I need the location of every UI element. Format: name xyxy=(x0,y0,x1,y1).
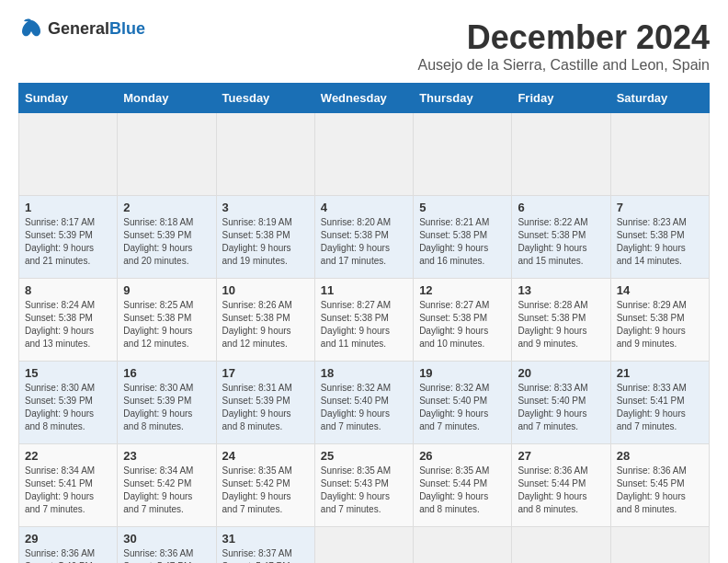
calendar-cell: 18Sunrise: 8:32 AM Sunset: 5:40 PM Dayli… xyxy=(314,362,413,444)
day-info: Sunrise: 8:21 AM Sunset: 5:38 PM Dayligh… xyxy=(419,216,506,268)
day-number: 25 xyxy=(321,449,407,463)
day-info: Sunrise: 8:36 AM Sunset: 5:46 PM Dayligh… xyxy=(25,547,111,563)
week-row-1 xyxy=(19,113,710,196)
day-info: Sunrise: 8:23 AM Sunset: 5:38 PM Dayligh… xyxy=(617,216,703,268)
day-number: 11 xyxy=(321,283,407,297)
day-number: 28 xyxy=(617,449,703,463)
calendar-cell: 13Sunrise: 8:28 AM Sunset: 5:38 PM Dayli… xyxy=(512,279,610,362)
week-row-2: 1Sunrise: 8:17 AM Sunset: 5:39 PM Daylig… xyxy=(19,196,710,279)
day-info: Sunrise: 8:29 AM Sunset: 5:38 PM Dayligh… xyxy=(617,299,703,350)
calendar-cell xyxy=(610,527,709,564)
logo-text: GeneralBlue xyxy=(48,19,145,39)
day-number: 22 xyxy=(25,449,111,463)
day-info: Sunrise: 8:32 AM Sunset: 5:40 PM Dayligh… xyxy=(321,382,407,433)
day-number: 15 xyxy=(25,366,111,380)
calendar-cell: 17Sunrise: 8:31 AM Sunset: 5:39 PM Dayli… xyxy=(216,362,314,444)
calendar-cell: 26Sunrise: 8:35 AM Sunset: 5:44 PM Dayli… xyxy=(414,444,512,527)
day-number: 23 xyxy=(123,449,210,463)
day-number: 10 xyxy=(222,283,309,297)
calendar-cell: 28Sunrise: 8:36 AM Sunset: 5:45 PM Dayli… xyxy=(610,444,709,527)
day-number: 12 xyxy=(419,283,506,297)
main-title: December 2024 xyxy=(417,18,710,57)
calendar-cell xyxy=(610,113,709,196)
day-info: Sunrise: 8:35 AM Sunset: 5:44 PM Dayligh… xyxy=(419,465,506,516)
day-number: 8 xyxy=(25,283,111,297)
calendar-cell xyxy=(414,527,512,564)
day-info: Sunrise: 8:25 AM Sunset: 5:38 PM Dayligh… xyxy=(123,299,210,350)
calendar-cell: 4Sunrise: 8:20 AM Sunset: 5:38 PM Daylig… xyxy=(314,196,413,279)
day-number: 30 xyxy=(123,532,210,546)
day-info: Sunrise: 8:34 AM Sunset: 5:42 PM Dayligh… xyxy=(123,465,210,516)
day-number: 31 xyxy=(222,532,309,546)
week-row-4: 15Sunrise: 8:30 AM Sunset: 5:39 PM Dayli… xyxy=(19,362,710,444)
day-info: Sunrise: 8:33 AM Sunset: 5:40 PM Dayligh… xyxy=(518,382,604,433)
day-info: Sunrise: 8:28 AM Sunset: 5:38 PM Dayligh… xyxy=(518,299,604,350)
day-number: 13 xyxy=(518,283,604,297)
day-info: Sunrise: 8:22 AM Sunset: 5:38 PM Dayligh… xyxy=(518,216,604,268)
header-row: SundayMondayTuesdayWednesdayThursdayFrid… xyxy=(19,84,710,113)
calendar-cell: 24Sunrise: 8:35 AM Sunset: 5:42 PM Dayli… xyxy=(216,444,314,527)
calendar-cell: 16Sunrise: 8:30 AM Sunset: 5:39 PM Dayli… xyxy=(118,362,216,444)
calendar-cell xyxy=(512,527,610,564)
day-number: 6 xyxy=(518,201,604,214)
day-info: Sunrise: 8:18 AM Sunset: 5:39 PM Dayligh… xyxy=(123,216,210,268)
day-number: 5 xyxy=(419,201,506,214)
day-info: Sunrise: 8:24 AM Sunset: 5:38 PM Dayligh… xyxy=(25,299,111,350)
calendar-cell: 21Sunrise: 8:33 AM Sunset: 5:41 PM Dayli… xyxy=(610,362,709,444)
calendar-cell: 7Sunrise: 8:23 AM Sunset: 5:38 PM Daylig… xyxy=(610,196,709,279)
day-info: Sunrise: 8:33 AM Sunset: 5:41 PM Dayligh… xyxy=(617,382,703,433)
day-number: 9 xyxy=(123,283,210,297)
calendar-cell: 27Sunrise: 8:36 AM Sunset: 5:44 PM Dayli… xyxy=(512,444,610,527)
logo-bird-icon xyxy=(18,18,44,39)
calendar-cell: 3Sunrise: 8:19 AM Sunset: 5:38 PM Daylig… xyxy=(216,196,314,279)
header-tuesday: Tuesday xyxy=(216,84,314,113)
day-number: 24 xyxy=(222,449,309,463)
calendar-cell: 11Sunrise: 8:27 AM Sunset: 5:38 PM Dayli… xyxy=(314,279,413,362)
day-info: Sunrise: 8:30 AM Sunset: 5:39 PM Dayligh… xyxy=(25,382,111,433)
calendar-cell xyxy=(314,113,413,196)
calendar-table: SundayMondayTuesdayWednesdayThursdayFrid… xyxy=(18,83,710,563)
calendar-cell: 30Sunrise: 8:36 AM Sunset: 5:47 PM Dayli… xyxy=(118,527,216,564)
calendar-cell: 15Sunrise: 8:30 AM Sunset: 5:39 PM Dayli… xyxy=(19,362,118,444)
day-info: Sunrise: 8:26 AM Sunset: 5:38 PM Dayligh… xyxy=(222,299,309,350)
day-number: 27 xyxy=(518,449,604,463)
day-info: Sunrise: 8:34 AM Sunset: 5:41 PM Dayligh… xyxy=(25,465,111,516)
calendar-cell: 8Sunrise: 8:24 AM Sunset: 5:38 PM Daylig… xyxy=(19,279,118,362)
day-info: Sunrise: 8:36 AM Sunset: 5:45 PM Dayligh… xyxy=(617,465,703,516)
calendar-cell xyxy=(19,113,118,196)
calendar-cell xyxy=(118,113,216,196)
day-info: Sunrise: 8:19 AM Sunset: 5:38 PM Dayligh… xyxy=(222,216,309,268)
calendar-cell: 25Sunrise: 8:35 AM Sunset: 5:43 PM Dayli… xyxy=(314,444,413,527)
day-info: Sunrise: 8:35 AM Sunset: 5:42 PM Dayligh… xyxy=(222,465,309,516)
calendar-cell: 2Sunrise: 8:18 AM Sunset: 5:39 PM Daylig… xyxy=(118,196,216,279)
day-number: 14 xyxy=(617,283,703,297)
week-row-5: 22Sunrise: 8:34 AM Sunset: 5:41 PM Dayli… xyxy=(19,444,710,527)
week-row-3: 8Sunrise: 8:24 AM Sunset: 5:38 PM Daylig… xyxy=(19,279,710,362)
day-number: 17 xyxy=(222,366,309,380)
header-thursday: Thursday xyxy=(414,84,512,113)
day-info: Sunrise: 8:27 AM Sunset: 5:38 PM Dayligh… xyxy=(321,299,407,350)
calendar-cell: 19Sunrise: 8:32 AM Sunset: 5:40 PM Dayli… xyxy=(414,362,512,444)
calendar-cell: 29Sunrise: 8:36 AM Sunset: 5:46 PM Dayli… xyxy=(19,527,118,564)
calendar-cell: 10Sunrise: 8:26 AM Sunset: 5:38 PM Dayli… xyxy=(216,279,314,362)
calendar-cell xyxy=(512,113,610,196)
day-number: 3 xyxy=(222,201,309,214)
day-info: Sunrise: 8:35 AM Sunset: 5:43 PM Dayligh… xyxy=(321,465,407,516)
calendar-cell: 5Sunrise: 8:21 AM Sunset: 5:38 PM Daylig… xyxy=(414,196,512,279)
day-number: 20 xyxy=(518,366,604,380)
header-wednesday: Wednesday xyxy=(314,84,413,113)
day-info: Sunrise: 8:36 AM Sunset: 5:44 PM Dayligh… xyxy=(518,465,604,516)
calendar-cell: 20Sunrise: 8:33 AM Sunset: 5:40 PM Dayli… xyxy=(512,362,610,444)
calendar-cell: 31Sunrise: 8:37 AM Sunset: 5:47 PM Dayli… xyxy=(216,527,314,564)
calendar-cell: 6Sunrise: 8:22 AM Sunset: 5:38 PM Daylig… xyxy=(512,196,610,279)
header-monday: Monday xyxy=(118,84,216,113)
logo-blue: Blue xyxy=(109,19,145,38)
day-number: 2 xyxy=(123,201,210,214)
day-info: Sunrise: 8:37 AM Sunset: 5:47 PM Dayligh… xyxy=(222,547,309,563)
day-info: Sunrise: 8:20 AM Sunset: 5:38 PM Dayligh… xyxy=(321,216,407,268)
subtitle: Ausejo de la Sierra, Castille and Leon, … xyxy=(417,57,710,74)
logo-general: General xyxy=(48,19,109,38)
day-number: 29 xyxy=(25,532,111,546)
day-info: Sunrise: 8:17 AM Sunset: 5:39 PM Dayligh… xyxy=(25,216,111,268)
header-friday: Friday xyxy=(512,84,610,113)
